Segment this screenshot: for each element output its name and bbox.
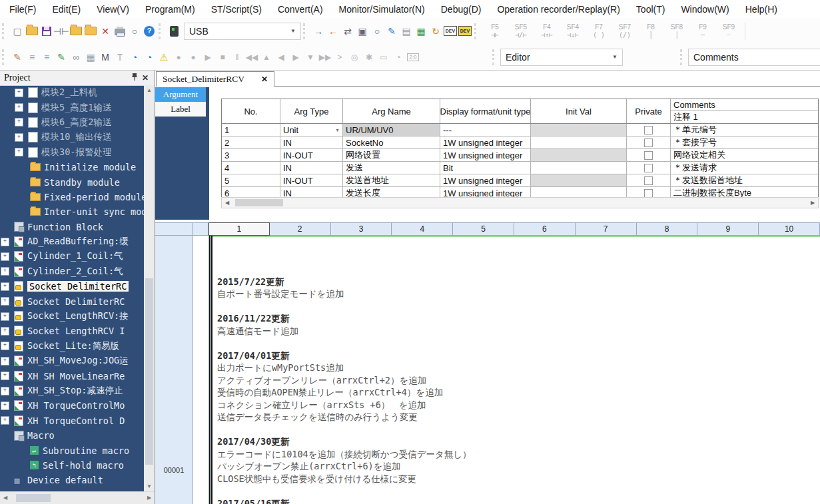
- display-format-cell[interactable]: 1W unsigned integer: [440, 174, 531, 186]
- tree-item[interactable]: + Standby module: [0, 174, 144, 189]
- scroll-up-icon[interactable]: ▲: [144, 85, 155, 96]
- close-panel-icon[interactable]: ✕: [140, 73, 151, 83]
- step-up-icon[interactable]: ▲: [259, 50, 274, 65]
- arg-type-cell[interactable]: IN ▼: [280, 162, 343, 174]
- print-icon[interactable]: [113, 24, 127, 39]
- display-format-cell[interactable]: Bit: [440, 162, 531, 174]
- device-display-icon[interactable]: DEV: [443, 24, 458, 39]
- ladder-symbol-button[interactable]: F7( ): [586, 24, 612, 39]
- stopwatch-icon[interactable]: ◔: [391, 50, 406, 65]
- project-tree-horizontal-scrollbar[interactable]: ◀ ▶: [0, 491, 155, 504]
- arg-no-cell[interactable]: 5: [222, 174, 280, 186]
- ruler-column-cell[interactable]: 6: [514, 222, 576, 236]
- expand-plus-icon[interactable]: +: [1, 372, 9, 380]
- toolbar-drag-handle[interactable]: [2, 23, 7, 39]
- expand-plus-icon[interactable]: +: [15, 103, 23, 112]
- scrollbar-thumb[interactable]: [16, 494, 51, 502]
- arg-name-cell[interactable]: 发送: [343, 162, 440, 174]
- expand-plus-icon[interactable]: +: [15, 118, 23, 126]
- side-tab[interactable]: Label: [155, 102, 206, 117]
- menu-item[interactable]: Tool(T): [628, 4, 673, 15]
- save-ladder-icon[interactable]: ⊣⊢: [54, 24, 69, 39]
- tree-item[interactable]: + 模块5_高度1输送: [0, 100, 144, 115]
- tree-item[interactable]: + Macro: [0, 428, 144, 443]
- save-icon[interactable]: [39, 24, 54, 39]
- private-checkbox[interactable]: [644, 126, 653, 134]
- expand-plus-icon[interactable]: +: [1, 238, 9, 246]
- tree-item[interactable]: + ↰ Self-hold macro: [0, 458, 144, 473]
- ruler-column-cell[interactable]: 8: [637, 222, 698, 236]
- display-format-cell[interactable]: ---: [440, 124, 531, 136]
- record-icon[interactable]: ●: [171, 50, 186, 65]
- expand-plus-icon[interactable]: +: [1, 416, 9, 425]
- ruler-column-cell[interactable]: 7: [576, 222, 637, 236]
- ruler-column-cell[interactable]: 10: [759, 222, 820, 236]
- expand-plus-icon[interactable]: +: [15, 89, 23, 97]
- pause-icon[interactable]: ‖: [230, 50, 244, 65]
- tree-item[interactable]: + Socket_LengthRCV:接: [0, 309, 144, 324]
- menu-item[interactable]: Program(M): [137, 4, 203, 15]
- ruler-column-cell[interactable]: 2: [270, 222, 331, 236]
- connection-select[interactable]: USB ▼: [184, 23, 301, 40]
- expand-plus-icon[interactable]: +: [1, 327, 9, 336]
- arg-no-cell[interactable]: 4: [222, 162, 280, 174]
- toolbar-drag-handle[interactable]: [303, 23, 308, 39]
- watch-window1-icon[interactable]: ◔: [127, 50, 142, 65]
- write-to-plc-icon[interactable]: →: [311, 24, 326, 39]
- tree-item[interactable]: + XH_SH_MoveJog:JOG运: [0, 354, 144, 368]
- expand-plus-icon[interactable]: +: [15, 148, 23, 156]
- change-module-icon[interactable]: ↻: [428, 24, 443, 39]
- ladder-symbol-button[interactable]: SF7(/): [612, 24, 637, 39]
- ladder-comment-block[interactable]: 2015/7/22更新自ポート番号設定モードを追加 2016/11/22更新高速…: [217, 238, 820, 504]
- tree-item[interactable]: + 模块10_输出传送: [0, 130, 144, 144]
- tree-item[interactable]: + Socket_Lite:简易版: [0, 339, 144, 354]
- arg-no-cell[interactable]: 3: [222, 149, 280, 161]
- tab-socket-delimiterrcv[interactable]: Socket_DelimiterRCV ✕: [156, 71, 274, 87]
- ruler-column-cell[interactable]: 1: [208, 222, 270, 236]
- expand-plus-icon[interactable]: +: [1, 342, 9, 350]
- menu-item[interactable]: Debug(D): [433, 4, 490, 15]
- display-format-cell[interactable]: 1W unsigned integer: [440, 136, 531, 148]
- scrollbar-thumb[interactable]: [235, 199, 283, 206]
- toolbar-drag-handle[interactable]: [2, 49, 7, 65]
- menu-item[interactable]: Convert(A): [270, 4, 331, 15]
- dropdown-arrow-icon[interactable]: ▼: [335, 128, 340, 132]
- tree-item[interactable]: + Cylinder_2_Coil:气: [0, 264, 144, 279]
- private-checkbox[interactable]: [644, 138, 653, 147]
- comment-cell[interactable]: ＊发送数据首地址: [671, 174, 818, 186]
- ladder-symbol-button[interactable]: SF8┊: [664, 24, 689, 39]
- crossref-search-icon[interactable]: ○: [370, 24, 384, 39]
- private-checkbox[interactable]: [644, 151, 653, 160]
- tree-item[interactable]: + XH_TorqueControlMo: [0, 398, 144, 413]
- device-comment-list-icon[interactable]: ≡: [25, 50, 39, 65]
- monitor-write-icon[interactable]: ▣: [355, 24, 370, 39]
- tree-item[interactable]: + Initialize module: [0, 160, 144, 174]
- arg-name-cell[interactable]: 发送首地址: [343, 174, 440, 186]
- step-back-icon[interactable]: ◀: [274, 50, 288, 65]
- expand-plus-icon[interactable]: +: [1, 297, 9, 306]
- arg-type-cell[interactable]: IN-OUT ▼: [280, 149, 343, 161]
- step-forward-icon[interactable]: ▶: [288, 50, 303, 65]
- toolbar-drag-handle[interactable]: [474, 23, 480, 39]
- comment-cell[interactable]: ＊单元编号: [671, 124, 818, 136]
- comment-cell[interactable]: 网络设定相关: [671, 149, 818, 161]
- scroll-left-icon[interactable]: ◀: [0, 492, 11, 504]
- scrollbar-thumb[interactable]: [145, 278, 153, 465]
- tree-item[interactable]: + Fixed-period module: [0, 190, 144, 204]
- ruler-column-cell[interactable]: 9: [697, 222, 759, 236]
- toolbar-drag-handle[interactable]: [159, 23, 164, 39]
- tree-item[interactable]: + 模块2_上料机: [0, 85, 144, 100]
- breakpoint-icon[interactable]: ◎: [347, 50, 362, 65]
- side-tab[interactable]: Argument: [155, 87, 206, 102]
- play-icon[interactable]: ▶: [201, 50, 215, 65]
- note-edit-icon[interactable]: ✎: [54, 50, 69, 65]
- tree-item[interactable]: + XH_TorqueControl_D: [0, 413, 144, 428]
- ruler-column-cell[interactable]: 4: [392, 222, 453, 236]
- monitor-status-icon[interactable]: ⚠: [157, 50, 171, 65]
- expand-plus-icon[interactable]: +: [1, 252, 9, 261]
- pin-icon[interactable]: [129, 73, 140, 84]
- toolbar-drag-handle[interactable]: [492, 49, 498, 65]
- ruler-column-cell[interactable]: 3: [331, 222, 392, 236]
- tree-item[interactable]: + Cylinder_1_Coil:气: [0, 249, 144, 264]
- open-project-icon[interactable]: [25, 24, 39, 39]
